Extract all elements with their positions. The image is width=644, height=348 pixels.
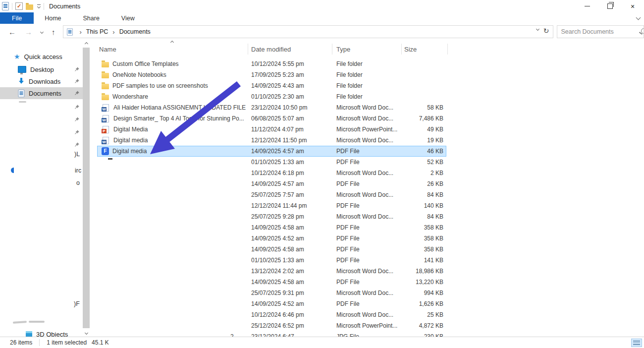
recent-locations-chevron-icon[interactable] xyxy=(40,30,44,33)
sidebar-item-label: Desktop xyxy=(30,66,54,73)
sidebar-scrollbar[interactable] xyxy=(83,40,90,337)
scrollbar-down-arrow[interactable] xyxy=(83,328,90,337)
file-type: Microsoft Word Doc... xyxy=(336,268,406,275)
close-button[interactable]: × xyxy=(621,0,644,12)
breadcrumb-separator: › xyxy=(76,28,85,36)
file-row[interactable]: 14/09/2025 4:52 am PDF File 358 KB xyxy=(97,233,446,244)
navigation-pane: ★ Quick access Desktop Downloads Documen… xyxy=(0,40,83,337)
file-row[interactable]: 12/12/2024 11:44 pm PDF File 140 KB xyxy=(97,200,446,211)
file-row[interactable]: 25/12/2024 6:52 pm Microsoft PowerPoint.… xyxy=(97,320,446,331)
pin-icon[interactable] xyxy=(74,90,80,96)
pin-icon[interactable] xyxy=(74,129,80,135)
pin-icon[interactable] xyxy=(74,116,80,122)
file-name-cell xyxy=(97,322,251,330)
tab-share[interactable]: Share xyxy=(72,12,110,24)
file-type: Microsoft Word Doc... xyxy=(336,290,406,296)
search-box[interactable] xyxy=(557,25,644,38)
column-divider[interactable] xyxy=(248,44,248,55)
file-row[interactable]: 10/12/2024 6:46 pm Microsoft Word Doc...… xyxy=(97,309,446,320)
sidebar-item-documents[interactable]: Documents xyxy=(0,87,83,99)
file-row[interactable]: Wondershare 01/10/2025 2:30 am File fold… xyxy=(97,91,446,102)
file-row[interactable]: W Ali Haider Hotiana ASSIGNEMNT UPDATED … xyxy=(97,102,446,113)
file-row[interactable]: 14/09/2025 4:58 am PDF File 13,220 KB xyxy=(97,277,446,288)
pin-icon[interactable] xyxy=(74,78,80,84)
sidebar-item-unlabeled[interactable] xyxy=(0,101,83,113)
checkmark-icon[interactable]: ✓ xyxy=(15,2,23,10)
tab-file[interactable]: File xyxy=(0,12,34,24)
sidebar-item-quick-access[interactable]: ★ Quick access xyxy=(0,51,83,62)
restore-button[interactable] xyxy=(598,0,621,12)
forward-button[interactable]: → xyxy=(20,28,37,36)
file-name-cell xyxy=(97,267,251,275)
file-row[interactable]: W Digital media 12/12/2024 11:50 pm Micr… xyxy=(97,135,446,146)
expand-ribbon-chevron-icon[interactable] xyxy=(636,15,641,20)
file-row[interactable]: 14/09/2025 4:52 am PDF File 1,626 KB xyxy=(97,298,446,309)
column-divider[interactable] xyxy=(401,44,402,55)
column-header-type[interactable]: Type xyxy=(336,46,350,53)
file-row[interactable]: 14/09/2025 4:58 am PDF File 358 KB xyxy=(97,222,446,233)
file-size: 358 KB xyxy=(406,246,446,253)
file-row[interactable]: 25/07/2025 9:31 pm Microsoft Word Doc...… xyxy=(97,288,446,298)
sidebar-item-desktop[interactable]: Desktop xyxy=(0,63,83,75)
column-header-name[interactable]: Name xyxy=(99,46,116,53)
file-date-modified: 14/09/2025 4:57 am xyxy=(251,180,336,187)
file-type: PDF File xyxy=(336,300,406,307)
file-name-cell xyxy=(97,158,251,166)
file-row[interactable]: OneNote Notebooks 17/09/2025 5:23 am Fil… xyxy=(97,69,446,80)
this-pc-remnant xyxy=(29,321,45,323)
breadcrumb-documents[interactable]: Documents xyxy=(118,28,152,35)
file-type: Microsoft Word Doc... xyxy=(336,191,406,198)
file-row[interactable]: 14/09/2025 4:58 am PDF File 358 KB xyxy=(97,244,446,255)
sidebar-item-unlabeled[interactable] xyxy=(0,126,83,138)
file-row[interactable]: 25/07/2025 7:57 am Microsoft Word Doc...… xyxy=(97,189,446,200)
pin-icon[interactable] xyxy=(74,142,80,148)
erased-item-fragment: irc xyxy=(75,167,81,174)
file-row[interactable]: 01/10/2025 1:33 am PDF File 52 KB xyxy=(97,157,446,168)
file-name: PDF samples to use on screenshots xyxy=(112,82,208,89)
folder-icon[interactable] xyxy=(26,4,33,10)
column-header-date[interactable]: Date modified xyxy=(251,46,291,53)
file-row[interactable]: 14/09/2025 4:57 am PDF File 26 KB xyxy=(97,178,446,189)
address-bar[interactable]: › This PC › Documents ↻ xyxy=(63,25,553,38)
scrollbar-track[interactable] xyxy=(83,48,90,328)
file-row[interactable]: PDF samples to use on screenshots 14/09/… xyxy=(97,80,446,91)
file-row[interactable]: F Digital media 14/09/2025 4:57 am PDF F… xyxy=(97,146,446,157)
file-name-cell xyxy=(97,191,251,199)
erased-item-fragment: o xyxy=(76,179,80,186)
tab-home[interactable]: Home xyxy=(34,12,72,24)
file-row[interactable]: 13/12/2024 2:02 am Microsoft Word Doc...… xyxy=(97,266,446,277)
sidebar-item-downloads[interactable]: Downloads xyxy=(0,75,83,87)
file-date-modified: 17/09/2025 5:23 am xyxy=(251,71,336,78)
scrollbar-up-arrow[interactable] xyxy=(83,40,90,48)
column-divider[interactable] xyxy=(332,44,332,55)
breadcrumb-this-pc[interactable]: This PC xyxy=(85,28,109,35)
search-input[interactable] xyxy=(557,26,644,38)
file-row[interactable]: 01/10/2025 1:33 am PDF File 141 KB xyxy=(97,255,446,266)
back-button[interactable]: ← xyxy=(4,28,20,36)
quick-access-toolbar: ✓ xyxy=(0,2,44,10)
sidebar-item-unlabeled[interactable] xyxy=(0,139,83,151)
tab-view[interactable]: View xyxy=(110,12,146,24)
pin-icon[interactable] xyxy=(74,66,80,72)
file-name: OneNote Notebooks xyxy=(112,71,166,78)
column-divider[interactable] xyxy=(447,44,448,55)
column-header-size[interactable]: Size xyxy=(404,46,417,53)
customize-toolbar-chevron-icon[interactable] xyxy=(37,4,41,8)
sort-ascending-icon xyxy=(170,41,174,44)
address-dropdown-chevron-icon[interactable] xyxy=(536,27,539,31)
file-row[interactable]: P Digital Media 11/12/2024 4:07 pm Micro… xyxy=(97,124,446,135)
refresh-icon[interactable]: ↻ xyxy=(543,27,549,35)
file-row[interactable]: W Design Smarter_ Top 4 AI Tools for Stu… xyxy=(97,113,446,124)
file-row[interactable]: 25/07/2025 9:28 pm Microsoft Word Doc...… xyxy=(97,211,446,222)
file-date-modified: 10/12/2024 5:55 pm xyxy=(251,60,336,67)
details-view-toggle[interactable] xyxy=(631,339,642,347)
file-row[interactable]: 10/12/2024 6:18 pm Microsoft Word Doc...… xyxy=(97,168,446,178)
up-button[interactable]: ↑ xyxy=(47,28,60,36)
minimize-button[interactable] xyxy=(576,0,598,12)
sidebar-item-unlabeled[interactable] xyxy=(0,114,83,125)
window-document-icon[interactable] xyxy=(2,2,9,10)
sidebar-item-3d-objects[interactable]: 3D Objects xyxy=(0,328,83,337)
file-row[interactable]: Custom Office Templates 10/12/2024 5:55 … xyxy=(97,58,446,69)
pin-icon[interactable] xyxy=(74,104,80,110)
file-type-icon: F xyxy=(102,147,109,155)
